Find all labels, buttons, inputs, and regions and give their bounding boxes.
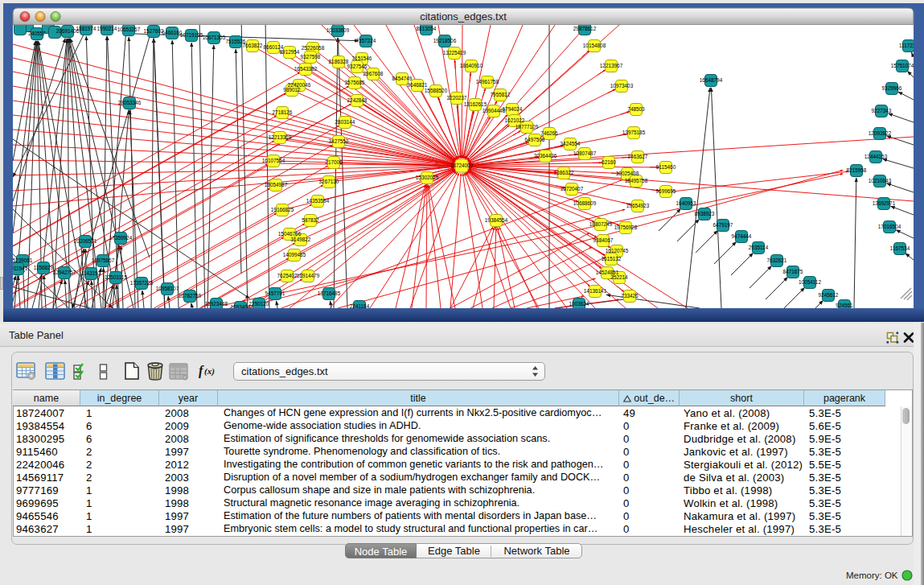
svg-text:8186328: 8186328 bbox=[329, 59, 349, 64]
svg-text:746266: 746266 bbox=[540, 130, 558, 136]
svg-text:62160: 62160 bbox=[602, 159, 616, 165]
svg-text:19654923: 19654923 bbox=[626, 203, 650, 208]
svg-text:8471675: 8471675 bbox=[783, 269, 803, 274]
svg-text:12213369: 12213369 bbox=[269, 134, 292, 140]
svg-text:9115460: 9115460 bbox=[656, 164, 676, 170]
svg-text:8454749: 8454749 bbox=[392, 76, 413, 81]
svg-text:1003624: 1003624 bbox=[569, 301, 589, 307]
svg-text:10958107: 10958107 bbox=[156, 286, 179, 291]
svg-text:13692971: 13692971 bbox=[873, 200, 896, 206]
svg-text:217006: 217006 bbox=[325, 159, 343, 165]
svg-text:2803144: 2803144 bbox=[335, 119, 355, 125]
svg-text:9384067: 9384067 bbox=[593, 237, 614, 243]
svg-text:28053346: 28053346 bbox=[118, 100, 142, 105]
svg-text:25226058: 25226058 bbox=[302, 45, 325, 51]
svg-text:10973403: 10973403 bbox=[610, 83, 634, 89]
svg-text:2967608: 2967608 bbox=[363, 71, 384, 76]
svg-text:6497508: 6497508 bbox=[525, 137, 545, 142]
svg-text:12213967: 12213967 bbox=[600, 63, 623, 68]
svg-text:10025438: 10025438 bbox=[616, 171, 639, 176]
svg-text:7357224: 7357224 bbox=[356, 38, 376, 43]
svg-text:1990214: 1990214 bbox=[97, 26, 117, 31]
svg-text:9327546: 9327546 bbox=[347, 64, 368, 69]
svg-text:733426: 733426 bbox=[621, 293, 639, 299]
svg-text:19384554: 19384554 bbox=[485, 217, 508, 223]
svg-text:3575685: 3575685 bbox=[345, 80, 365, 85]
svg-text:3220237: 3220237 bbox=[447, 95, 467, 101]
svg-text:17359924: 17359924 bbox=[109, 235, 133, 241]
svg-text:29878612: 29878612 bbox=[573, 26, 597, 31]
svg-text:15302025: 15302025 bbox=[416, 175, 439, 180]
svg-text:18807249: 18807249 bbox=[589, 221, 613, 227]
svg-text:18640910: 18640910 bbox=[460, 63, 483, 68]
svg-text:1167534: 1167534 bbox=[890, 245, 910, 251]
svg-text:1615132: 1615132 bbox=[602, 256, 622, 262]
svg-text:8813054: 8813054 bbox=[417, 26, 437, 31]
svg-text:587832: 587832 bbox=[302, 217, 319, 223]
svg-text:2250120: 2250120 bbox=[249, 301, 269, 307]
svg-text:240557: 240557 bbox=[28, 31, 46, 36]
svg-text:17016504: 17016504 bbox=[878, 224, 901, 229]
svg-text:15751074: 15751074 bbox=[891, 63, 914, 68]
svg-text:9646821: 9646821 bbox=[408, 82, 428, 88]
svg-text:15720407: 15720407 bbox=[561, 186, 584, 192]
svg-text:2935114: 2935114 bbox=[749, 245, 769, 250]
svg-text:3151546: 3151546 bbox=[352, 56, 372, 61]
svg-text:18724007: 18724007 bbox=[450, 163, 474, 168]
svg-text:20364436: 20364436 bbox=[534, 153, 557, 159]
svg-text:12942757: 12942757 bbox=[53, 270, 76, 275]
svg-text:7625402: 7625402 bbox=[277, 273, 298, 278]
svg-text:16782759: 16782759 bbox=[179, 293, 202, 299]
svg-text:10210643: 10210643 bbox=[869, 178, 892, 183]
svg-text:9474444: 9474444 bbox=[732, 233, 752, 239]
svg-text:10154808: 10154808 bbox=[583, 43, 606, 48]
svg-text:15046766: 15046766 bbox=[278, 231, 302, 237]
svg-text:f: f bbox=[199, 364, 204, 378]
svg-text:19756928: 19756928 bbox=[614, 225, 638, 230]
svg-text:1621022: 1621022 bbox=[505, 117, 525, 123]
svg-text:9457791: 9457791 bbox=[265, 290, 285, 296]
svg-text:6479197: 6479197 bbox=[713, 222, 733, 228]
svg-text:12444153: 12444153 bbox=[864, 154, 888, 159]
svg-text:1156829: 1156829 bbox=[34, 265, 54, 270]
svg-text:14099485: 14099485 bbox=[283, 252, 306, 257]
svg-text:989012: 989012 bbox=[283, 87, 301, 93]
svg-text:14353594: 14353594 bbox=[306, 198, 330, 204]
svg-text:13716485: 13716485 bbox=[318, 290, 341, 296]
svg-text:9699695: 9699695 bbox=[656, 188, 676, 194]
svg-text:18495758: 18495758 bbox=[625, 178, 648, 183]
svg-text:13975185: 13975185 bbox=[622, 130, 646, 135]
svg-text:7632621: 7632621 bbox=[767, 257, 787, 263]
svg-text:2718126: 2718126 bbox=[273, 109, 293, 115]
svg-text:14961758: 14961758 bbox=[476, 79, 499, 84]
svg-text:11923448: 11923448 bbox=[205, 301, 228, 307]
svg-text:16543382: 16543382 bbox=[294, 66, 318, 72]
svg-text:16914479: 16914479 bbox=[297, 273, 320, 278]
svg-text:9329966: 9329966 bbox=[882, 85, 902, 91]
svg-text:1527602: 1527602 bbox=[144, 28, 164, 34]
svg-text:10688609: 10688609 bbox=[573, 200, 597, 206]
svg-text:19777109: 19777109 bbox=[515, 124, 539, 130]
svg-text:12503115: 12503115 bbox=[105, 274, 127, 280]
svg-text:13225419: 13225419 bbox=[443, 50, 466, 56]
svg-text:15588520: 15588520 bbox=[425, 88, 448, 93]
svg-text:10653267: 10653267 bbox=[117, 27, 141, 32]
svg-text:8215958: 8215958 bbox=[847, 167, 867, 173]
svg-text:10033809: 10033809 bbox=[326, 27, 350, 33]
svg-text:3424554: 3424554 bbox=[561, 141, 581, 146]
svg-text:19054987: 19054987 bbox=[265, 182, 288, 187]
svg-text:9327598: 9327598 bbox=[301, 54, 321, 60]
svg-text:8938923: 8938923 bbox=[695, 211, 715, 216]
svg-text:2242848: 2242848 bbox=[347, 97, 368, 103]
svg-text:16671355: 16671355 bbox=[203, 35, 226, 40]
svg-text:17357225: 17357225 bbox=[130, 280, 154, 286]
svg-text:(x): (x) bbox=[204, 366, 215, 377]
svg-text:1881974: 1881974 bbox=[76, 26, 97, 31]
svg-text:9245612: 9245612 bbox=[819, 292, 839, 298]
svg-text:19166825: 19166825 bbox=[271, 207, 294, 212]
svg-text:16107554: 16107554 bbox=[262, 158, 285, 163]
svg-text:6794024: 6794024 bbox=[503, 106, 523, 112]
svg-text:20206571: 20206571 bbox=[74, 238, 97, 244]
svg-text:3267130: 3267130 bbox=[319, 179, 339, 184]
svg-text:19218506: 19218506 bbox=[433, 38, 457, 43]
